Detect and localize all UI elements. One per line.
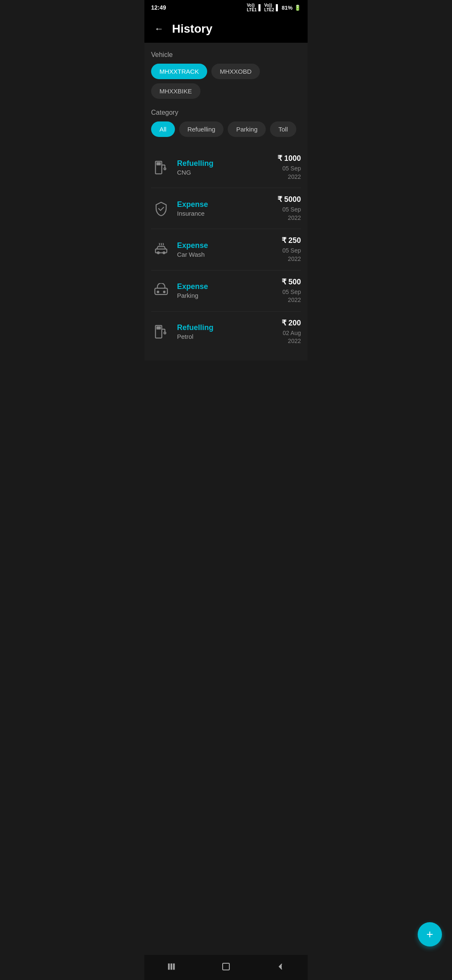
item-amount-date: ₹ 200 02 Aug2022 bbox=[282, 318, 301, 346]
svg-rect-8 bbox=[155, 288, 167, 294]
category-label: Category bbox=[151, 109, 301, 116]
status-icons: Vo))LTE1 ▌ Vo))LTE2 ▌ 81% 🔋 bbox=[247, 3, 301, 12]
item-category-label: Refuelling bbox=[177, 323, 282, 332]
vehicle-chip-row: MHXXTRACK MHXXOBD MHXXBIKE bbox=[151, 64, 301, 99]
list-item[interactable]: Refuelling CNG ₹ 1000 05 Sep2022 bbox=[151, 147, 301, 188]
item-amount-date: ₹ 250 05 Sep2022 bbox=[282, 236, 301, 263]
item-subcategory-label: Petrol bbox=[177, 333, 282, 340]
item-subcategory-label: Parking bbox=[177, 292, 282, 299]
list-item[interactable]: Expense Insurance ₹ 5000 05 Sep2022 bbox=[151, 188, 301, 229]
item-details: Expense Insurance bbox=[177, 200, 277, 217]
battery-icon: 🔋 bbox=[294, 5, 301, 11]
category-chip-refuelling[interactable]: Refuelling bbox=[179, 121, 224, 137]
svg-point-15 bbox=[164, 332, 166, 334]
battery-text: 81% bbox=[282, 5, 293, 11]
item-subcategory-label: Insurance bbox=[177, 210, 277, 217]
item-date: 05 Sep2022 bbox=[282, 288, 301, 304]
list-item[interactable]: Refuelling Petrol ₹ 200 02 Aug2022 bbox=[151, 312, 301, 352]
category-section: Category All Refuelling Parking Toll bbox=[151, 109, 301, 137]
item-amount-date: ₹ 5000 05 Sep2022 bbox=[277, 195, 301, 222]
item-amount: ₹ 1000 bbox=[277, 154, 301, 163]
category-chip-row: All Refuelling Parking Toll bbox=[151, 121, 301, 137]
vehicle-chip-mhxxbike[interactable]: MHXXBIKE bbox=[151, 83, 200, 99]
item-category-label: Expense bbox=[177, 241, 282, 250]
item-amount: ₹ 200 bbox=[282, 318, 301, 328]
svg-point-10 bbox=[163, 291, 165, 293]
history-list: Refuelling CNG ₹ 1000 05 Sep2022 Expense… bbox=[151, 147, 301, 352]
network-icon-2: Vo))LTE2 bbox=[264, 3, 274, 12]
item-amount: ₹ 250 bbox=[282, 236, 301, 245]
vehicle-chip-mhxxobd[interactable]: MHXXOBD bbox=[211, 64, 260, 79]
parking-icon bbox=[151, 281, 171, 301]
vehicle-label: Vehicle bbox=[151, 51, 301, 59]
signal-bars-2: ▌ bbox=[276, 4, 280, 11]
carwash-icon bbox=[151, 240, 171, 260]
item-category-label: Expense bbox=[177, 200, 277, 209]
vehicle-chip-mhxxtrack[interactable]: MHXXTRACK bbox=[151, 64, 207, 79]
item-date: 02 Aug2022 bbox=[282, 329, 301, 346]
shield-icon bbox=[151, 199, 171, 219]
fuel-icon bbox=[151, 322, 171, 342]
content-area: Vehicle MHXXTRACK MHXXOBD MHXXBIKE Categ… bbox=[144, 43, 308, 361]
header: ← History bbox=[144, 15, 308, 43]
item-details: Refuelling Petrol bbox=[177, 323, 282, 340]
signal-bars-1: ▌ bbox=[258, 4, 262, 11]
item-date: 05 Sep2022 bbox=[282, 247, 301, 263]
fuel-icon bbox=[151, 157, 171, 178]
item-details: Expense Parking bbox=[177, 282, 282, 299]
item-amount: ₹ 500 bbox=[282, 277, 301, 286]
vehicle-section: Vehicle MHXXTRACK MHXXOBD MHXXBIKE bbox=[151, 51, 301, 99]
item-subcategory-label: CNG bbox=[177, 169, 277, 176]
item-date: 05 Sep2022 bbox=[277, 165, 301, 181]
back-button[interactable]: ← bbox=[153, 22, 165, 36]
item-category-label: Refuelling bbox=[177, 159, 277, 168]
item-subcategory-label: Car Wash bbox=[177, 251, 282, 258]
status-bar: 12:49 Vo))LTE1 ▌ Vo))LTE2 ▌ 81% 🔋 bbox=[144, 0, 308, 15]
item-details: Refuelling CNG bbox=[177, 159, 277, 176]
category-chip-parking[interactable]: Parking bbox=[228, 121, 266, 137]
item-amount-date: ₹ 500 05 Sep2022 bbox=[282, 277, 301, 304]
item-amount-date: ₹ 1000 05 Sep2022 bbox=[277, 154, 301, 181]
network-icon: Vo))LTE1 bbox=[247, 3, 257, 12]
list-item[interactable]: Expense Car Wash ₹ 250 05 Sep2022 bbox=[151, 229, 301, 270]
svg-rect-12 bbox=[157, 327, 161, 329]
svg-point-9 bbox=[157, 291, 159, 293]
category-chip-toll[interactable]: Toll bbox=[270, 121, 296, 137]
svg-point-4 bbox=[164, 168, 166, 170]
item-details: Expense Car Wash bbox=[177, 241, 282, 258]
category-chip-all[interactable]: All bbox=[151, 121, 175, 137]
list-item[interactable]: Expense Parking ₹ 500 05 Sep2022 bbox=[151, 271, 301, 312]
status-time: 12:49 bbox=[151, 4, 166, 11]
item-category-label: Expense bbox=[177, 282, 282, 291]
item-amount: ₹ 5000 bbox=[277, 195, 301, 204]
item-date: 05 Sep2022 bbox=[277, 206, 301, 222]
page-title: History bbox=[172, 22, 212, 36]
svg-rect-1 bbox=[157, 162, 161, 165]
